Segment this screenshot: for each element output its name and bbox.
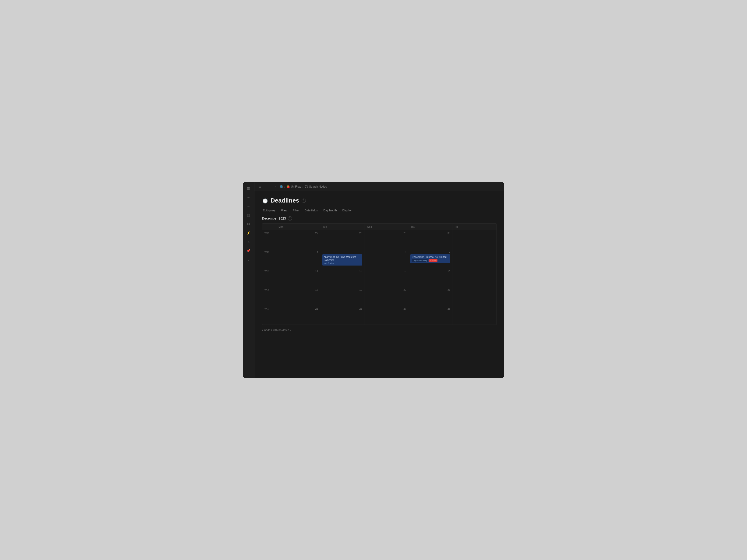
cal-cell-w48-mon[interactable]: 27 xyxy=(276,230,320,249)
sidebar-back-icon[interactable]: ← xyxy=(245,194,252,201)
cal-cell-w48-wed[interactable]: 29 xyxy=(364,230,409,249)
sidebar-toggle-icon[interactable]: ☰ xyxy=(245,185,252,192)
date-w48-tue: 28 xyxy=(322,232,362,235)
sidebar-search-icon[interactable]: ⌕ xyxy=(245,238,252,245)
day-length-button[interactable]: Day length xyxy=(323,208,338,213)
date-w51-tue: 19 xyxy=(322,288,362,291)
sidebar-inbox-icon[interactable]: ✉ xyxy=(245,220,252,228)
calendar: Mon Tue Wed Thu Fri W48 27 28 xyxy=(262,223,497,325)
cal-cell-w49-tue[interactable]: 5 Analysis of the Pepsi Marketing Campai… xyxy=(320,249,364,268)
page-content: ⏱️ Deadlines ? Edit query View Filter Da… xyxy=(254,191,504,378)
breadcrumb-sep-2: / xyxy=(303,185,303,188)
cal-cell-w49-thu[interactable]: 7 Dissertation Proposal Not Started Digi… xyxy=(408,249,453,268)
wed-header: Wed xyxy=(364,223,409,230)
sidebar-forward-icon[interactable]: → xyxy=(245,203,252,210)
thu-header: Thu xyxy=(408,223,453,230)
cal-cell-w51-wed[interactable]: 20 xyxy=(364,287,409,306)
calendar-body: W48 27 28 29 30 xyxy=(262,230,496,325)
date-w48-mon: 27 xyxy=(278,232,318,235)
calendar-header: Mon Tue Wed Thu Fri xyxy=(262,223,496,230)
breadcrumb-uniflow[interactable]: 🍓 UniFlow xyxy=(286,185,301,188)
date-w50-mon: 11 xyxy=(278,269,318,272)
page-title-row: ⏱️ Deadlines ? xyxy=(262,197,497,204)
topbar-forward-button[interactable]: → xyxy=(272,184,278,189)
cal-cell-w51-thu[interactable]: 21 xyxy=(408,287,453,306)
dissertation-event-title: Dissertation Proposal Not Started xyxy=(412,256,449,259)
cal-cell-w50-thu[interactable]: 14 xyxy=(408,268,453,287)
sidebar-calendar-icon[interactable]: ▦ xyxy=(245,211,252,219)
date-w51-mon: 18 xyxy=(278,288,318,291)
breadcrumb-sep-1: / xyxy=(284,185,285,188)
cal-cell-w49-mon[interactable]: 4 xyxy=(276,249,320,268)
week-label-w48: W48 xyxy=(262,230,276,249)
date-w49-thu: 7 xyxy=(410,250,450,254)
topbar-back-button[interactable]: ← xyxy=(265,184,270,189)
date-w50-wed: 13 xyxy=(366,269,406,272)
no-dates-arrow: › xyxy=(290,328,291,332)
week-label-w51: W51 xyxy=(262,287,276,306)
uniflow-icon: 🍓 xyxy=(286,185,290,188)
date-w50-tue: 12 xyxy=(322,269,362,272)
cal-cell-w48-tue[interactable]: 28 xyxy=(320,230,364,249)
date-w49-wed: 6 xyxy=(366,250,406,254)
cal-cell-w51-fri[interactable] xyxy=(453,287,496,306)
date-w52-thu: 28 xyxy=(410,307,450,310)
cal-cell-w52-fri[interactable] xyxy=(453,306,496,325)
week-row-w52: W52 25 26 27 28 xyxy=(262,306,496,325)
cal-cell-w50-tue[interactable]: 12 xyxy=(320,268,364,287)
pepsi-event-card[interactable]: Analysis of the Pepsi Marketing Campaign… xyxy=(322,254,362,266)
dissertation-event-card[interactable]: Dissertation Proposal Not Started Digita… xyxy=(410,254,450,263)
date-w51-wed: 20 xyxy=(366,288,406,291)
mon-header: Mon xyxy=(276,223,320,230)
no-dates-link[interactable]: 2 nodes with no dates › xyxy=(262,328,497,332)
view-button[interactable]: View xyxy=(280,208,288,213)
cal-cell-w52-mon[interactable]: 25 xyxy=(276,306,320,325)
month-help-icon[interactable]: ? xyxy=(288,216,292,220)
date-fields-button[interactable]: Date fields xyxy=(304,208,319,213)
display-button[interactable]: Display xyxy=(341,208,353,213)
no-dates-label: 2 nodes with no dates xyxy=(262,328,289,332)
week-label-w50: W50 xyxy=(262,268,276,287)
cal-cell-w51-mon[interactable]: 18 xyxy=(276,287,320,306)
cal-cell-w50-wed[interactable]: 13 xyxy=(364,268,409,287)
cal-cell-w49-fri[interactable] xyxy=(453,249,496,268)
cal-cell-w49-wed[interactable]: 6 xyxy=(364,249,409,268)
edit-query-button[interactable]: Edit query xyxy=(262,208,276,213)
sidebar-lightning-icon[interactable]: ⚡ xyxy=(245,229,252,237)
date-w52-tue: 26 xyxy=(322,307,362,310)
date-w48-thu: 30 xyxy=(410,232,450,235)
cal-cell-w51-tue[interactable]: 19 xyxy=(320,287,364,306)
date-w51-thu: 21 xyxy=(410,288,450,291)
globe-icon: 🌐 xyxy=(280,185,283,188)
breadcrumb-home[interactable]: 🌐 xyxy=(280,185,283,188)
filter-button[interactable]: Filter xyxy=(292,208,300,213)
month-label: December 2023 xyxy=(262,216,286,220)
cal-cell-w50-fri[interactable] xyxy=(453,268,496,287)
collapse-sidebar-button[interactable]: ⊞ xyxy=(257,184,263,189)
cal-cell-w52-thu[interactable]: 28 xyxy=(408,306,453,325)
breadcrumb-search-nodes[interactable]: 🎧 Search Nodes xyxy=(305,185,327,188)
fri-header: Fri xyxy=(453,223,496,230)
cal-cell-w48-thu[interactable]: 30 xyxy=(408,230,453,249)
week-row-w48: W48 27 28 29 30 xyxy=(262,230,496,249)
digital-marketing-tag: Digital Marketing xyxy=(412,259,428,262)
week-row-w50: W50 11 12 13 14 xyxy=(262,268,496,287)
sidebar-home-icon[interactable]: ⌂ xyxy=(245,256,252,263)
page-help-icon[interactable]: ? xyxy=(302,198,306,203)
cal-cell-w50-mon[interactable]: 11 xyxy=(276,268,320,287)
dissertation-event-tags: Digital Marketing ✕ Active xyxy=(412,259,449,262)
search-nodes-icon: 🎧 xyxy=(305,185,308,188)
tue-header: Tue xyxy=(320,223,364,230)
week-label-w52: W52 xyxy=(262,306,276,325)
cal-cell-w48-fri[interactable] xyxy=(453,230,496,249)
cal-cell-w52-wed[interactable]: 27 xyxy=(364,306,409,325)
cal-cell-w52-tue[interactable]: 26 xyxy=(320,306,364,325)
month-header: December 2023 ? xyxy=(262,216,497,220)
sidebar: ☰ ← → ▦ ✉ ⚡ ⌕ 📌 ⌂ xyxy=(243,182,254,378)
week-col-header xyxy=(262,223,276,230)
breadcrumb-uniflow-label: UniFlow xyxy=(291,185,301,188)
date-w49-tue: 5 xyxy=(322,250,362,254)
breadcrumb-search-nodes-label: Search Nodes xyxy=(309,185,327,188)
sidebar-pin-icon[interactable]: 📌 xyxy=(245,247,252,254)
date-w52-mon: 25 xyxy=(278,307,318,310)
